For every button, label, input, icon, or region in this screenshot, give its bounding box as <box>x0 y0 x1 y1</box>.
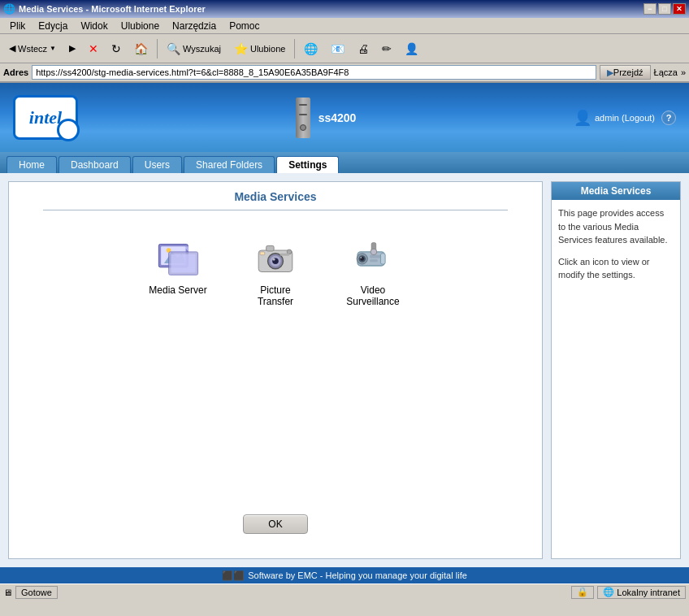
svg-point-22 <box>360 257 362 258</box>
go-button[interactable]: ▶ Przejdź <box>600 65 651 80</box>
help-button[interactable]: ? <box>661 111 676 125</box>
ok-button[interactable]: OK <box>243 514 307 534</box>
search-icon: 🔍 <box>167 42 180 55</box>
status-icon: 🖥 <box>3 588 12 597</box>
edit-icon: ✏ <box>382 42 392 55</box>
menu-narzedzia[interactable]: Narzędzia <box>166 19 223 33</box>
forward-arrow-icon: ▶ <box>69 43 76 54</box>
window-controls: − □ ✕ <box>644 3 686 15</box>
user-area: 👤 admin (Logout) <box>574 109 655 127</box>
messenger-icon: 👤 <box>405 42 418 55</box>
svg-rect-25 <box>380 253 385 263</box>
zone-icon: 🌐 <box>603 587 614 597</box>
toolbar-separator-1 <box>157 39 158 59</box>
close-button[interactable]: ✕ <box>673 3 686 15</box>
menu-bar: Plik Edycja Widok Ulubione Narzędzia Pom… <box>0 18 689 34</box>
status-text: Gotowe <box>15 586 58 599</box>
refresh-button[interactable]: ↻ <box>106 37 127 60</box>
print-button[interactable]: 🖨 <box>352 37 375 60</box>
address-input[interactable] <box>32 65 596 80</box>
zone-text: Lokalny intranet <box>617 588 680 597</box>
user-text[interactable]: admin (Logout) <box>595 113 655 123</box>
video-surveillance-icon <box>349 235 397 280</box>
tab-settings[interactable]: Settings <box>276 156 339 173</box>
svg-rect-23 <box>370 254 380 258</box>
main-content: Media Services <box>0 173 689 567</box>
svg-rect-14 <box>260 251 265 254</box>
media-button[interactable]: 🌐 <box>298 37 323 60</box>
lock-icon: 🔒 <box>577 587 588 597</box>
svg-rect-13 <box>266 245 274 251</box>
sidebar-description-2: Click an icon to view or modify the sett… <box>558 255 674 282</box>
device-section: ss4200 <box>296 98 357 138</box>
device-icon <box>296 98 310 138</box>
content-panel: Media Services <box>8 181 543 559</box>
picture-transfer-icon <box>251 235 300 280</box>
edit-button[interactable]: ✏ <box>376 37 397 60</box>
tab-shared-folders[interactable]: Shared Folders <box>184 156 275 173</box>
links-label: Łącza <box>654 67 678 77</box>
intel-logo-circle <box>57 119 80 141</box>
home-icon: 🏠 <box>134 42 148 55</box>
header-right: 👤 admin (Logout) ? <box>574 109 676 127</box>
dropdown-arrow-icon: ▼ <box>50 45 56 52</box>
svg-rect-24 <box>370 259 377 262</box>
content-separator <box>43 210 508 210</box>
footer: ⬛⬛ Software by EMC - Helping you manage … <box>0 567 689 583</box>
device-name: ss4200 <box>318 111 357 124</box>
intel-header: intel ss4200 👤 admin (Logout) ? <box>0 83 689 152</box>
picture-transfer-item[interactable]: Picture Transfer <box>243 235 308 307</box>
tab-dashboard[interactable]: Dashboard <box>58 156 131 173</box>
svg-point-26 <box>370 249 377 255</box>
toolbar-separator-2 <box>294 39 295 59</box>
sidebar: Media Services This page provides access… <box>551 181 681 559</box>
media-server-icon <box>154 235 202 280</box>
menu-pomoc[interactable]: Pomoc <box>223 19 266 33</box>
status-left: 🖥 Gotowe <box>3 586 58 599</box>
menu-ulubione[interactable]: Ulubione <box>115 19 166 33</box>
svg-rect-16 <box>280 253 289 255</box>
forward-button[interactable]: ▶ <box>63 37 81 60</box>
footer-icon: ⬛⬛ <box>222 570 245 581</box>
stop-button[interactable]: ✕ <box>83 37 104 60</box>
tab-home[interactable]: Home <box>6 156 57 173</box>
tab-users[interactable]: Users <box>132 156 182 173</box>
links-expand-icon: » <box>681 67 686 77</box>
menu-edycja[interactable]: Edycja <box>32 19 74 33</box>
video-surveillance-item[interactable]: Video Surveillance <box>340 235 405 307</box>
ok-button-area: OK <box>227 498 323 550</box>
footer-text: Software by EMC - Helping you manage you… <box>248 570 467 580</box>
browser-content: intel ss4200 👤 admin (Logout) ? Home <box>0 83 689 583</box>
mail-button[interactable]: 📧 <box>325 37 350 60</box>
menu-widok[interactable]: Widok <box>74 19 114 33</box>
service-icons-row: Media Server <box>145 235 405 307</box>
security-icon-area: 🔒 <box>571 586 594 599</box>
content-title: Media Services <box>234 190 316 203</box>
sidebar-title: Media Services <box>552 182 680 200</box>
mail-icon: 📧 <box>331 42 344 55</box>
messenger-button[interactable]: 👤 <box>399 37 424 60</box>
address-label: Adres <box>3 67 28 77</box>
back-arrow-icon: ◀ <box>9 43 15 54</box>
video-surveillance-label: Video Surveillance <box>340 284 405 307</box>
favorites-button[interactable]: ⭐ Ulubione <box>228 37 291 60</box>
star-icon: ⭐ <box>234 42 248 55</box>
refresh-icon: ↻ <box>111 42 121 55</box>
home-button[interactable]: 🏠 <box>128 37 154 60</box>
maximize-button[interactable]: □ <box>658 3 671 15</box>
toolbar: ◀ Wstecz ▼ ▶ ✕ ↻ 🏠 🔍 Wyszukaj ⭐ Ulubione… <box>0 34 689 63</box>
user-icon: 👤 <box>574 109 592 127</box>
picture-transfer-label: Picture Transfer <box>243 284 308 307</box>
window-title: Media Services - Microsoft Internet Expl… <box>19 4 206 14</box>
sidebar-description-1: This page provides access to the various… <box>558 206 674 247</box>
status-right: 🔒 🌐 Lokalny intranet <box>571 586 686 599</box>
media-server-label: Media Server <box>149 284 206 296</box>
menu-plik[interactable]: Plik <box>3 19 32 33</box>
search-button[interactable]: 🔍 Wyszukaj <box>161 37 227 60</box>
back-button[interactable]: ◀ Wstecz ▼ <box>3 37 62 60</box>
minimize-button[interactable]: − <box>644 3 656 15</box>
go-arrow-icon: ▶ <box>607 67 613 78</box>
media-server-item[interactable]: Media Server <box>145 235 210 296</box>
svg-rect-7 <box>171 254 195 272</box>
intel-logo: intel <box>13 95 78 140</box>
